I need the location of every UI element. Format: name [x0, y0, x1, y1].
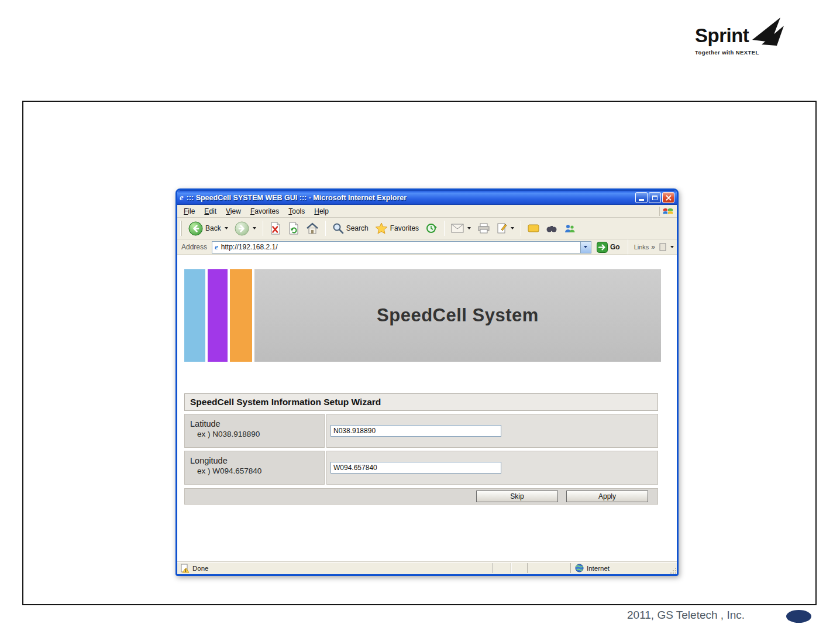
menu-view[interactable]: View — [221, 206, 246, 217]
page-favicon-icon: e — [215, 242, 218, 252]
sprint-tagline: Together with NEXTEL — [695, 49, 785, 56]
status-done-text: Done — [192, 565, 209, 572]
latitude-label: Latitude — [190, 419, 324, 428]
footer-credit: 2011, GS Teletech , Inc. — [627, 609, 745, 622]
close-button[interactable] — [662, 192, 674, 203]
minimize-button[interactable] — [635, 192, 648, 203]
longitude-row: Longitude ex ) W094.657840 — [184, 451, 658, 485]
latitude-input-cell — [326, 414, 658, 448]
window-title: ::: SpeedCell SYSTEM WEB GUI ::: - Micro… — [187, 194, 632, 202]
links-label: Links — [634, 244, 649, 251]
apply-button[interactable]: Apply — [566, 491, 648, 502]
links-extra-button[interactable] — [659, 243, 674, 251]
toolbar-separator — [263, 221, 263, 236]
latitude-label-cell: Latitude ex ) N038.918890 — [184, 414, 325, 448]
favorites-button[interactable]: Favorites — [373, 221, 421, 235]
title-bar[interactable]: e ::: SpeedCell SYSTEM WEB GUI ::: - Mic… — [177, 190, 677, 205]
menu-tools[interactable]: Tools — [284, 206, 309, 217]
footer-pill-decoration — [786, 610, 811, 623]
mail-dropdown-icon — [467, 227, 471, 229]
longitude-input-cell — [326, 451, 658, 485]
refresh-icon — [288, 222, 299, 235]
menu-help[interactable]: Help — [309, 206, 333, 217]
status-panel — [527, 563, 570, 573]
latitude-example: ex ) N038.918890 — [190, 430, 324, 438]
longitude-label-cell: Longitude ex ) W094.657840 — [184, 451, 325, 485]
latitude-input[interactable] — [331, 425, 501, 437]
home-icon — [306, 222, 319, 235]
messenger-icon — [528, 224, 539, 233]
banner-title: SpeedCell System — [377, 305, 539, 326]
address-input[interactable]: e http://192.168.2.1/ — [212, 241, 591, 253]
security-zone-panel: Internet — [570, 563, 669, 573]
address-dropdown-icon — [584, 246, 587, 248]
status-panel — [492, 563, 511, 573]
wizard-title: SpeedCell System Information Setup Wizar… — [184, 393, 658, 411]
browser-window: e ::: SpeedCell SYSTEM WEB GUI ::: - Mic… — [175, 188, 679, 576]
research-icon — [546, 224, 557, 233]
maximize-button[interactable] — [649, 192, 661, 203]
mail-icon — [451, 224, 464, 233]
toolbar-separator — [444, 221, 445, 236]
refresh-button[interactable] — [285, 221, 302, 236]
maximize-icon — [652, 196, 657, 200]
home-button[interactable] — [304, 221, 321, 236]
research-button[interactable] — [543, 222, 560, 234]
status-message: Done — [177, 564, 492, 573]
search-label: Search — [346, 224, 369, 232]
print-button[interactable] — [475, 222, 493, 235]
history-button[interactable] — [423, 221, 440, 235]
longitude-example: ex ) W094.657840 — [190, 467, 324, 475]
banner-bar-blue — [184, 269, 205, 362]
windows-logo-icon — [663, 207, 673, 216]
setup-wizard-table: SpeedCell System Information Setup Wizar… — [184, 393, 658, 505]
links-chevron-icon: » — [651, 243, 655, 251]
print-icon — [477, 223, 490, 234]
search-button[interactable]: Search — [330, 221, 371, 235]
history-icon — [425, 222, 438, 234]
links-button[interactable]: Links » — [634, 243, 655, 251]
banner-bar-orange — [230, 269, 252, 362]
longitude-label: Longitude — [190, 456, 324, 465]
toolbar-separator — [325, 221, 326, 236]
address-dropdown-button[interactable] — [580, 242, 591, 253]
edit-button[interactable] — [494, 221, 517, 235]
address-url: http://192.168.2.1/ — [221, 243, 577, 251]
msn-messenger-icon — [564, 223, 576, 234]
back-label: Back — [205, 224, 221, 232]
msn-messenger-button[interactable] — [562, 222, 578, 235]
forward-button[interactable] — [232, 220, 259, 237]
close-icon — [666, 195, 672, 201]
stop-button[interactable] — [267, 221, 284, 236]
menu-favorites[interactable]: Favorites — [246, 206, 284, 217]
forward-dropdown-icon — [253, 227, 256, 229]
mail-button[interactable] — [449, 222, 473, 234]
go-icon — [597, 242, 608, 253]
edit-dropdown-icon — [511, 227, 514, 229]
sprint-logo: Sprint Together with NEXTEL — [695, 26, 785, 56]
back-button[interactable]: Back — [186, 220, 230, 237]
resize-grip[interactable] — [669, 562, 677, 574]
window-controls — [635, 192, 674, 203]
go-label: Go — [610, 243, 620, 251]
toolbar-separator — [521, 221, 521, 236]
web-page-content: SpeedCell System SpeedCell System Inform… — [177, 255, 677, 561]
menu-bar: File Edit View Favorites Tools Help — [177, 205, 677, 218]
sprint-wing-icon — [751, 18, 785, 47]
links-extra-icon — [659, 243, 667, 251]
edit-icon — [497, 222, 507, 234]
menu-bar-separator — [659, 207, 660, 216]
stop-icon — [270, 222, 281, 235]
menu-edit[interactable]: Edit — [199, 206, 221, 217]
longitude-input[interactable] — [331, 462, 501, 474]
go-button[interactable]: Go — [595, 242, 622, 253]
sprint-brand-text: Sprint — [695, 26, 749, 45]
toolbar-grip[interactable] — [180, 221, 182, 236]
skip-button[interactable]: Skip — [476, 491, 558, 502]
messenger-button[interactable] — [525, 222, 542, 234]
back-dropdown-icon — [225, 227, 228, 229]
back-icon — [188, 221, 203, 236]
speedcell-banner: SpeedCell System — [184, 269, 661, 362]
standard-buttons-toolbar: Back — [177, 218, 677, 239]
menu-file[interactable]: File — [179, 206, 199, 217]
